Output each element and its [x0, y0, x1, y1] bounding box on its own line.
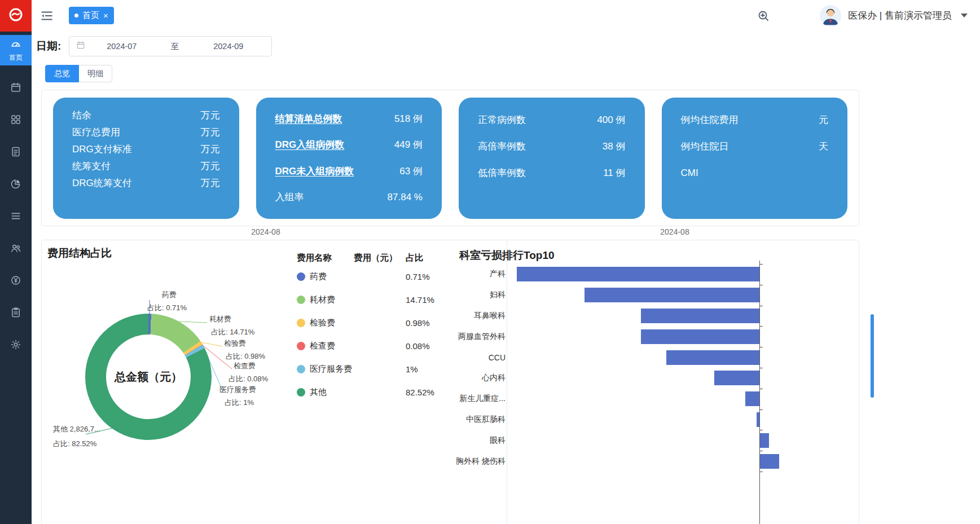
stat-row: 结余万元 [72, 110, 220, 121]
sidebar-item-reports[interactable] [0, 297, 32, 329]
view-tab-detail[interactable]: 明细 [79, 65, 112, 82]
bar[interactable] [745, 391, 759, 406]
date-filter-row: 日期: 2024-07 至 2024-09 [36, 35, 272, 58]
tab-close-icon[interactable]: × [103, 11, 108, 20]
sidebar-item-list[interactable] [0, 201, 32, 233]
bar-plot [510, 430, 860, 451]
sidebar-item-calendar[interactable] [0, 72, 32, 104]
bar-plot [510, 306, 860, 327]
bar[interactable] [585, 288, 759, 302]
stat-value: 万元 [201, 110, 220, 121]
stat-value: 400 例 [597, 115, 625, 126]
sidebar-item-home[interactable]: 首页 [0, 35, 32, 65]
axis-tick [759, 326, 763, 327]
stat-label: CMI [681, 168, 698, 179]
stat-link-label[interactable]: DRG入组病例数 [275, 139, 345, 151]
sidebar-item-funds[interactable] [0, 265, 32, 297]
donut-callout-name-4: 检查费 [234, 361, 256, 371]
bar[interactable] [517, 267, 759, 281]
stat-row: DRG支付标准万元 [72, 144, 220, 155]
bar-plot [510, 389, 860, 409]
date-end-value[interactable]: 2024-09 [192, 42, 265, 51]
bar[interactable] [666, 350, 759, 365]
date-start-value[interactable]: 2024-07 [85, 42, 158, 51]
logo-ring-icon [7, 6, 24, 25]
bar-category-label: CCU [442, 353, 510, 362]
bar[interactable] [759, 454, 779, 469]
sidebar-item-records[interactable] [0, 136, 32, 169]
stat-value: 518 例 [394, 113, 423, 125]
app-logo[interactable] [0, 0, 32, 32]
user-menu-caret-icon[interactable] [961, 14, 968, 17]
legend-name-cell: 检验费 [297, 318, 354, 328]
legend-label: 检查费 [310, 341, 335, 351]
legend-header-amount: 费用（元） [354, 252, 406, 264]
apps-icon [10, 114, 21, 127]
axis-tick [759, 264, 763, 265]
zoom-in-icon[interactable] [757, 9, 770, 23]
bar[interactable] [641, 309, 759, 323]
sidebar-item-team[interactable] [0, 233, 32, 265]
donut-callout-pct-3: 占比: 0.98% [226, 351, 265, 362]
stat-row: 例均住院日天 [681, 141, 829, 152]
axis-tick [759, 451, 763, 451]
bar-row: 胸外科 烧伤科 [442, 451, 860, 472]
donut-callout-pct-4: 占比: 0.08% [228, 374, 268, 384]
axis-tick [759, 389, 763, 389]
stat-label: 统筹支付 [72, 161, 111, 172]
stat-cards-panel: 结余万元医疗总费用万元DRG支付标准万元统筹支付万元DRG统筹支付万元结算清单总… [41, 90, 859, 226]
chart-scrollbar[interactable] [871, 314, 874, 398]
bar-row: CCU [442, 347, 860, 368]
date-range-input[interactable]: 2024-07 至 2024-09 [69, 36, 272, 56]
bar-row: 耳鼻喉科 [442, 306, 860, 327]
view-tab-overview[interactable]: 总览 [45, 65, 79, 82]
donut-callout-pct-1: 占比: 0.71% [147, 303, 187, 313]
pie-chart-title: 费用结构占比 [47, 246, 112, 261]
axis-tick [759, 306, 763, 306]
avatar[interactable] [820, 5, 841, 27]
stat-link-label[interactable]: 结算清单总例数 [275, 113, 342, 125]
legend-label: 其他 [310, 387, 327, 398]
sidebar-item-analysis[interactable] [0, 169, 32, 201]
legend-name-cell: 检查费 [297, 341, 354, 351]
sidebar-nav: 首页 [0, 35, 32, 362]
bar-plot [510, 285, 860, 306]
stat-row: 例均住院费用元 [681, 115, 829, 126]
donut-callout-name-2: 耗材费 [209, 314, 231, 324]
report-icon [10, 307, 21, 320]
stat-value: 万元 [201, 144, 220, 155]
pie-chart-icon [10, 178, 21, 192]
stat-row: 正常病例数400 例 [478, 115, 626, 126]
legend-label: 药费 [310, 271, 327, 282]
stat-value: 449 例 [394, 139, 423, 151]
donut-center-label: 总金额（元） [85, 314, 212, 440]
stat-label: 入组率 [275, 192, 304, 203]
donut-callout-pct-2: 占比: 14.71% [211, 327, 254, 337]
sidebar-item-settings[interactable] [0, 329, 32, 362]
legend-color-dot [297, 296, 305, 304]
bar[interactable] [641, 329, 759, 344]
stat-row: DRG未入组病例数63 例 [275, 166, 423, 177]
tab-active-dot-icon [74, 14, 78, 17]
sidebar-collapse-button[interactable] [39, 8, 54, 23]
bar-row: 眼科 [442, 430, 860, 451]
stat-label: 高倍率例数 [478, 141, 526, 152]
stat-link-label[interactable]: DRG未入组病例数 [275, 166, 354, 177]
bar[interactable] [714, 371, 759, 385]
tab-home[interactable]: 首页 × [69, 7, 114, 24]
stat-label: 低倍率例数 [478, 168, 526, 179]
stat-value: 万元 [201, 161, 220, 172]
bar-row: 中医肛肠科 [442, 409, 860, 430]
legend-label: 医疗服务费 [310, 364, 352, 375]
bar[interactable] [759, 433, 769, 448]
axis-tick [759, 430, 763, 430]
axis-tick [759, 347, 763, 347]
stat-card-4: 例均住院费用元例均住院日天CMI [662, 98, 848, 219]
sidebar-item-apps[interactable] [0, 104, 32, 136]
stat-label: 正常病例数 [478, 115, 526, 126]
stat-row: 低倍率例数11 例 [478, 168, 626, 179]
bar-category-label: 新生儿重症... [442, 394, 510, 404]
tab-home-label: 首页 [82, 10, 99, 21]
donut-callout-name-5: 医疗服务费 [219, 385, 256, 395]
calendar-icon [76, 41, 85, 52]
